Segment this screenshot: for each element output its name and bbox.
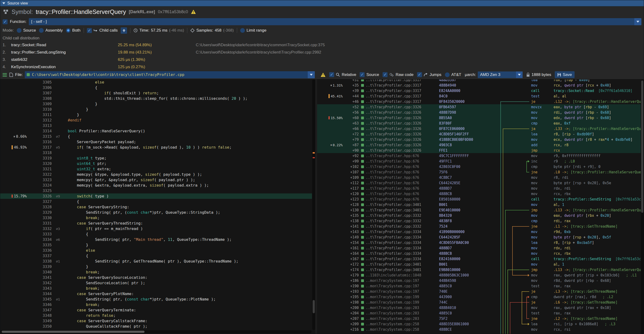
scrollbar-thumb[interactable] [313,300,315,313]
asm-instruction-row[interactable]: +46..t\TracyProfiler.cpp:33170F843502000… [317,99,641,104]
asm-source-location[interactable]: ..1103\include\atomic:1048 [361,273,439,277]
source-line[interactable]: 3312#endif [0,118,312,123]
asm-instruction-row[interactable]: +164..t\TracyProfiler.cpp:3334488BCBmovr… [317,251,641,256]
asm-instruction-row[interactable]: +186..mon\TracySystem.cpp:197448B4598mov… [317,278,641,283]
asm-instruction-row[interactable]: +174..t\TracyProfiler.cpp:3401E9B8010000… [317,267,641,272]
mode-option-source[interactable]: Source [17,28,36,33]
limit-range-checkbox[interactable] [240,28,245,33]
function-combo-arrow[interactable] [634,18,642,25]
asm-instruction-row[interactable]: +31..t\TracyProfiler.cpp:3317488D5597lea… [317,79,641,83]
asm-source-location[interactable]: ..t\TracyProfiler.cpp:3326 [361,132,439,136]
asm-instruction-row[interactable]: +154..t\TracyProfiler.cpp:33344C8D055FBA… [317,240,641,245]
asm-source-location[interactable]: ..t\TracyProfiler.hpp:676 [361,165,439,169]
asm-instruction-row[interactable]: +172..t\TracyProfiler.cpp:3401B001moval,… [317,262,641,267]
child-calls-checkbox[interactable] [87,28,92,33]
asm-source-location[interactable]: ..mon\TracySystem.cpp:203 [361,311,439,315]
relative-checkbox[interactable] [329,72,334,77]
asm-instruction-row[interactable]: +92..t\TracyProfiler.hpp:67649C7C1FFFFFF… [317,153,641,159]
asm-instruction-row[interactable]: +56..t\TracyProfiler.cpp:3326488B7D98mov… [317,110,641,115]
source-line[interactable]: 3314bool Profiler::HandleServerQuery() [0,128,312,134]
asm-source-location[interactable]: ..t\TracyProfiler.cpp:3317 [361,79,439,82]
asm-source-location[interactable]: ..t\TracyProfiler.hpp:676 [361,175,439,180]
asm-instruction-row[interactable]: +102..t\TracyProfiler.hpp:67642803C0F00c… [317,164,641,169]
scrollbar-thumb[interactable] [2,331,144,333]
source-line[interactable]: 3346 break; [0,302,312,307]
mode-option-assembly[interactable]: Assembly [39,28,63,33]
jumps-checkbox[interactable] [417,72,422,77]
asm-instruction-row[interactable]: 15.50%+60..t\TracyProfiler.cpp:33268B55A… [317,115,641,121]
asm-source-location[interactable]: ..t\TracyProfiler.cpp:3326 [361,105,439,109]
raw-code-toggle[interactable]: Raw code [382,72,414,77]
asm-instruction-row[interactable]: 1.31%+35..t\TracyProfiler.cpp:3317488B49… [317,83,641,88]
source-line[interactable]: 3327 { [0,199,312,204]
asm-source-location[interactable]: ..mon\TracySystem.cpp:199 [361,300,439,305]
window-titlebar[interactable]: Source view [0,0,644,6]
asm-instruction-row[interactable]: +109..t\TracyProfiler.hpp:6764C8BC7movr8… [317,175,641,180]
asm-instruction-row[interactable]: +179..1103\include\atomic:1048488B05B63C… [317,272,641,278]
source-line[interactable]: 3311 } [0,112,312,118]
source-line[interactable]: 3339 } [0,264,312,269]
source-line[interactable]: 3313 [0,123,312,128]
child-call-row[interactable]: 3.stat64i32625 μs (1.36%) [2,56,642,63]
asm-source-location[interactable]: ..t\TracyProfiler.cpp:3326 [361,148,439,153]
asm-source-location[interactable]: ..t\TracyProfiler.cpp:3326 [361,116,439,120]
asm-instruction-row[interactable]: +128..t\TracyProfiler.cpp:3401B001moval,… [317,202,641,207]
source-line[interactable]: 3306 { [0,85,312,90]
asm-source-location[interactable]: ..mon\TracySystem.cpp:203 [361,317,439,321]
asm-instruction-row[interactable]: +52..t\TracyProfiler.cpp:33260FB64597mov… [317,104,641,110]
asm-instruction-row[interactable]: +198..mon\TracySystem.cpp:199744Cje.L6 -… [317,300,641,305]
asm-source-location[interactable]: ..t\TracyProfiler.hpp:676 [361,170,439,174]
source-toggle[interactable]: Source [360,72,379,77]
uarch-combo[interactable]: AMD Zen 3 [478,71,522,78]
source-line[interactable]: 3342 SendSourceLocation( ptr ); [0,280,312,286]
raw-code-checkbox[interactable] [382,72,388,77]
asm-instruction-row[interactable]: +167..t\TracyProfiler.cpp:3334E824160000… [317,256,641,262]
source-line[interactable]: 3332⌀3 if( ptr == m_mainThread ) [0,226,312,231]
asm-source-location[interactable]: ..t\TracyProfiler.cpp:3334 [361,230,439,234]
source-line[interactable]: 3334⌀6 SendString( ptr, "Main thread", 1… [0,237,312,242]
source-line[interactable]: 3321 uint32_t extra; [0,166,312,172]
asm-source-location[interactable]: ..t\TracyProfiler.cpp:3326 [361,143,439,147]
function-combo[interactable]: [ - self - ] [29,18,642,25]
asm-instruction-row[interactable]: +90..t\TracyProfiler.cpp:3326FFE1jmprcx [317,148,641,153]
asm-instruction-row[interactable]: +135..t\TracyProfiler.cpp:33328B4320move… [317,213,641,218]
source-line[interactable]: 3349 case ServerQueryCallstackFrame: [0,318,312,324]
asm-source-location[interactable]: ..mon\TracySystem.cpp:258 [361,322,439,326]
asm-source-location[interactable]: ..t\TracyProfiler.hpp:676 [361,154,439,158]
asm-source-location[interactable]: ..t\TracyProfiler.hpp:676 [361,197,439,201]
asm-source-location[interactable]: ..t\TracyProfiler.cpp:3326 [361,110,439,115]
source-line[interactable]: 3305 else [0,79,312,85]
asm-source-location[interactable]: ..t\TracyProfiler.cpp:3317 [361,83,439,88]
jumps-toggle[interactable]: Jumps [417,72,442,77]
asm-source-location[interactable]: ..t\TracyProfiler.cpp:3401 [361,262,439,267]
asm-instruction-row[interactable]: +72..t\TracyProfiler.cpp:33264C8D05F146F… [317,131,641,137]
asm-instruction-row[interactable]: +112..t\TracyProfiler.hpp:676C64424205Em… [317,180,641,186]
asm-instruction-row[interactable]: +193..mon\TracySystem.cpp:197740Eje.L3 -… [317,289,641,294]
limit-range-toggle[interactable]: Limit range [240,28,266,33]
child-call-row[interactable]: 4.KeSynchronizeExecution125 μs (0.27%) [2,63,642,70]
source-line[interactable]: 3318 [0,150,312,156]
asm-source-location[interactable]: ..t\TracyProfiler.hpp:676 [361,192,439,196]
file-combo[interactable]: C:\Users\wolf\Desktop\darkrl\contrib\tra… [25,71,315,78]
asm-source-location[interactable]: ..t\TracyProfiler.cpp:3317 [361,94,439,98]
asm-source-location[interactable]: ..t\TracyProfiler.cpp:3334 [361,257,439,261]
asm-source-location[interactable]: ..t\TracyProfiler.hpp:676 [361,181,439,185]
asm-source-location[interactable]: ..mon\TracySystem.cpp:199 [361,295,439,299]
relative-toggle[interactable]: Relative [329,72,356,77]
asm-instruction-row[interactable]: +120..t\TracyProfiler.hpp:676488BCBmovrc… [317,191,641,196]
source-vertical-scrollbar[interactable] [312,79,315,330]
scrollbar-thumb[interactable] [641,80,643,213]
source-pane[interactable]: 3305 else3306 {3307 if( shouldExit ) ret… [0,79,315,334]
source-line[interactable]: 3344 case ServerQueryPlotName: [0,291,312,297]
source-line[interactable]: 3328 case ServerQueryString: [0,204,312,210]
source-line[interactable]: 3345⌀1 SendString( ptr, (const char*)ptr… [0,297,312,302]
asm-instruction-row[interactable]: +143..t\TracyProfiler.cpp:333441B90B0000… [317,229,641,234]
asm-instruction-row[interactable]: +200..mon\TracySystem.cpp:203488B4010mov… [317,305,641,311]
asm-instruction-row[interactable]: +138..t\TracyProfiler.cpp:3332483BF8cmpr… [317,218,641,224]
asm-source-location[interactable]: ..mon\TracySystem.cpp:258 [361,328,439,332]
asm-instruction-row[interactable]: +107..t\TracyProfiler.hpp:67675F6jne.L0 … [317,169,641,175]
source-line[interactable]: 3320 uint64_t ptr; [0,161,312,166]
asm-source-location[interactable]: ..t\TracyProfiler.cpp:3334 [361,235,439,239]
asm-source-location[interactable]: ..t\TracyProfiler.cpp:3334 [361,246,439,250]
source-horizontal-scrollbar[interactable] [1,330,312,333]
